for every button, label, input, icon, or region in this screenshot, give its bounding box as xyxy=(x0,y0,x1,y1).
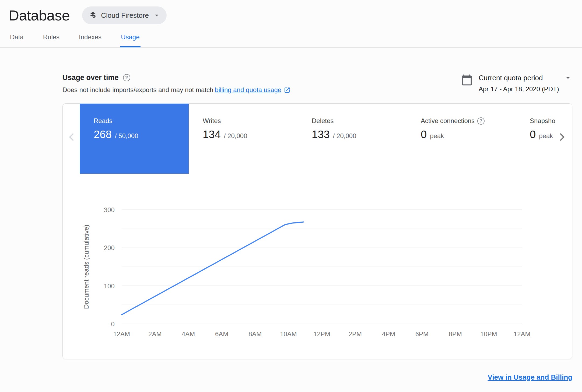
svg-text:12AM: 12AM xyxy=(113,330,130,338)
metric-value: 0 xyxy=(530,128,536,141)
external-link-icon xyxy=(284,87,290,93)
svg-text:10AM: 10AM xyxy=(280,330,297,338)
billing-quota-link-label: billing and quota usage xyxy=(215,86,281,94)
svg-text:8AM: 8AM xyxy=(248,330,262,338)
footer: View in Usage and Billing xyxy=(62,373,572,382)
metric-value: 133 xyxy=(312,128,330,141)
svg-text:4AM: 4AM xyxy=(182,330,195,338)
tab-rules[interactable]: Rules xyxy=(42,33,60,47)
chevron-right-icon xyxy=(556,131,568,143)
metric-tile-deletes[interactable]: Deletes 133 / 20,000 xyxy=(298,104,407,174)
metric-label: Snapsho xyxy=(530,117,555,125)
svg-text:100: 100 xyxy=(104,282,115,290)
svg-text:Document reads (cumulative): Document reads (cumulative) xyxy=(83,225,90,309)
product-selector[interactable]: Cloud Firestore xyxy=(82,6,167,24)
metric-quota: peak xyxy=(539,132,553,140)
firestore-usage-page: Database Cloud Firestore Data Rules Inde… xyxy=(0,0,582,382)
svg-text:10PM: 10PM xyxy=(480,330,497,338)
metric-quota: / 20,000 xyxy=(224,132,247,140)
tab-label: Usage xyxy=(121,33,139,41)
svg-text:4PM: 4PM xyxy=(382,330,395,338)
svg-text:6AM: 6AM xyxy=(215,330,228,338)
svg-text:2AM: 2AM xyxy=(148,330,162,338)
usage-content: Usage over time ? Does not include impor… xyxy=(62,74,572,382)
svg-text:200: 200 xyxy=(104,244,115,251)
billing-quota-link[interactable]: billing and quota usage xyxy=(215,86,290,94)
quota-period-label: Current quota period xyxy=(479,74,543,82)
carousel-next-button[interactable] xyxy=(556,131,568,143)
metric-tile-reads[interactable]: Reads 268 / 50,000 xyxy=(80,104,189,174)
metric-carousel: Reads 268 / 50,000 Writes 134 / 20,000 D… xyxy=(63,104,572,174)
metric-value: 0 xyxy=(421,128,427,141)
tab-data[interactable]: Data xyxy=(9,33,24,47)
carousel-prev-button[interactable] xyxy=(66,131,78,143)
metric-tile-active-connections[interactable]: Active connections ? 0 peak xyxy=(407,104,516,174)
tab-label: Rules xyxy=(43,33,59,41)
usage-section-header: Usage over time ? Does not include impor… xyxy=(62,74,572,94)
usage-chart: 010020030012AM2AM4AM6AM8AM10AM12PM2PM4PM… xyxy=(63,195,572,346)
metric-label: Reads xyxy=(94,117,112,125)
chevron-left-icon xyxy=(66,131,78,143)
chevron-down-icon xyxy=(564,74,572,82)
tab-indexes[interactable]: Indexes xyxy=(78,33,102,47)
tab-label: Data xyxy=(10,33,24,41)
usage-description: Does not include imports/exports and may… xyxy=(62,86,290,94)
chevron-down-icon xyxy=(153,11,161,19)
view-usage-billing-link[interactable]: View in Usage and Billing xyxy=(488,373,572,381)
metric-label: Writes xyxy=(203,117,221,125)
usage-over-time-title: Usage over time xyxy=(62,74,119,82)
metric-quota: / 20,000 xyxy=(333,132,356,140)
metric-label: Active connections xyxy=(421,117,475,125)
metric-value: 134 xyxy=(203,128,221,141)
svg-text:2PM: 2PM xyxy=(349,330,362,338)
svg-text:12PM: 12PM xyxy=(313,330,330,338)
metric-tile-writes[interactable]: Writes 134 / 20,000 xyxy=(189,104,298,174)
svg-text:12AM: 12AM xyxy=(514,330,531,338)
metric-label: Deletes xyxy=(312,117,334,125)
tab-label: Indexes xyxy=(79,33,101,41)
usage-description-text: Does not include imports/exports and may… xyxy=(62,86,213,94)
usage-section-left: Usage over time ? Does not include impor… xyxy=(62,74,290,94)
svg-text:300: 300 xyxy=(104,206,115,214)
svg-text:8PM: 8PM xyxy=(449,330,462,338)
tab-usage[interactable]: Usage xyxy=(120,33,140,47)
firestore-icon xyxy=(89,11,97,20)
metric-quota: peak xyxy=(430,132,444,140)
quota-period-selector[interactable]: Current quota period Apr 17 - Apr 18, 20… xyxy=(461,74,572,93)
help-icon[interactable]: ? xyxy=(477,117,485,125)
quota-period-range: Apr 17 - Apr 18, 2020 (PDT) xyxy=(479,85,572,93)
calendar-icon xyxy=(461,74,473,86)
tab-bar: Data Rules Indexes Usage xyxy=(0,24,582,48)
svg-text:0: 0 xyxy=(111,320,114,328)
metric-quota: / 50,000 xyxy=(115,132,138,140)
page-title: Database xyxy=(9,7,70,24)
help-icon[interactable]: ? xyxy=(123,74,130,81)
svg-text:6PM: 6PM xyxy=(415,330,429,338)
product-selector-label: Cloud Firestore xyxy=(101,11,149,20)
metric-value: 268 xyxy=(94,128,112,141)
header: Database Cloud Firestore xyxy=(0,0,582,24)
usage-card: Reads 268 / 50,000 Writes 134 / 20,000 D… xyxy=(62,103,572,359)
quota-period-text: Current quota period Apr 17 - Apr 18, 20… xyxy=(479,74,572,93)
